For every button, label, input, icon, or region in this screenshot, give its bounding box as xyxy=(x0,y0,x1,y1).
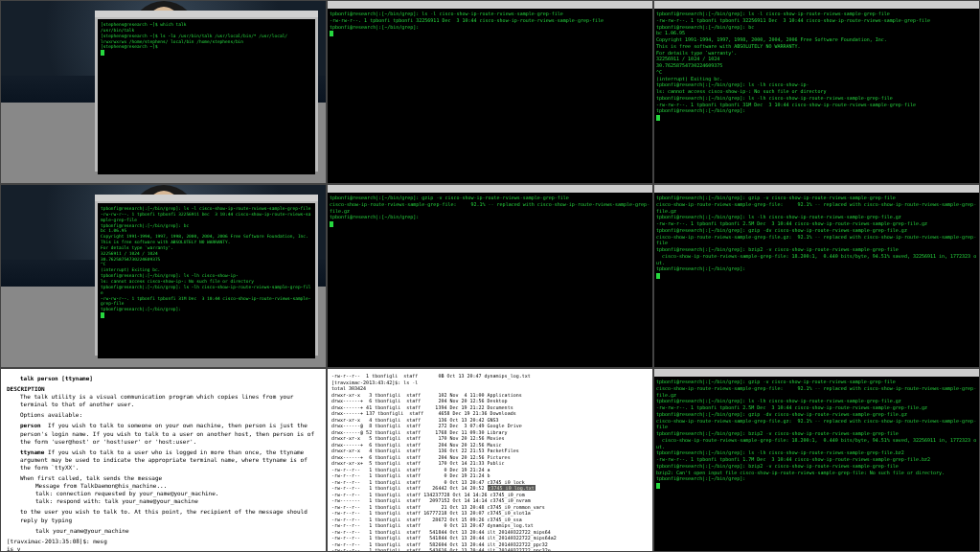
man-syntax: talk person [ttyname] xyxy=(20,375,320,382)
man-options-hdr: Options available: xyxy=(20,411,320,419)
list-item: -rw-r--r-- 1 tbonfigli staff 543616 Oct … xyxy=(331,547,649,552)
window-titlebar[interactable] xyxy=(328,185,652,193)
ls-rows: drwxr-xr-x 3 tbonfigli staff 102 Nov 4 1… xyxy=(331,392,649,553)
terminal-i[interactable]: tpbonfi@research|:[~/bin/grep]: gzip -v … xyxy=(653,368,980,552)
cursor-icon xyxy=(656,115,660,121)
cursor-icon xyxy=(101,312,104,318)
ls-listing-panel[interactable]: -rw-r--r-- 1 tbonfigli staff 0B Oct 13 2… xyxy=(327,368,653,552)
cursor-icon xyxy=(656,483,660,489)
panel-ine-1: //INE [stephens@research ~]$ which talk … xyxy=(0,0,327,184)
terminal-bottom: [travximac-2013:35:08]$: mesg is y [trav… xyxy=(7,538,320,552)
manpage-panel[interactable]: talk person [ttyname] DESCRIPTION The ta… xyxy=(0,368,327,552)
terminal-b[interactable]: tpbonfi@research|:[~/bin/grep]: ls -l ci… xyxy=(327,0,653,184)
terminal-c[interactable]: tpbonfi@research|:[~/bin/grep]: ls -l ci… xyxy=(653,0,980,184)
terminal-f[interactable]: tpbonfi@research|:[~/bin/grep]: gzip -v … xyxy=(653,184,980,368)
window-titlebar[interactable] xyxy=(328,1,652,9)
mini-terminal-2[interactable]: tpbonfi@research|:[~/bin/grep]: ls -l ci… xyxy=(95,195,318,356)
man-desc-hdr: DESCRIPTION xyxy=(7,385,320,393)
ls-header: -rw-r--r-- 1 tbonfigli staff 0B Oct 13 2… xyxy=(331,373,649,392)
terminal-e[interactable]: tpbonfi@research|:[~/bin/grep]: gzip -v … xyxy=(327,184,653,368)
cursor-icon xyxy=(330,31,333,36)
man-desc-body: The talk utility is a visual communicati… xyxy=(20,393,320,408)
window-titlebar[interactable] xyxy=(95,195,318,201)
cursor-icon xyxy=(656,273,660,279)
window-titlebar[interactable] xyxy=(654,369,979,377)
mini-terminal-1[interactable]: [stephens@research ~]$ which talk /usr/b… xyxy=(95,11,318,172)
terminal-output: tpbonfi@research|:[~/bin/grep]: gzip -v … xyxy=(330,195,650,220)
terminal-output: tpbonfi@research|:[~/bin/grep]: ls -l ci… xyxy=(330,11,650,30)
terminal-output: tpbonfi@research|:[~/bin/grep]: gzip -v … xyxy=(656,379,977,482)
terminal-output: tpbonfi@research|:[~/bin/grep]: ls -l ci… xyxy=(656,11,977,114)
window-titlebar[interactable] xyxy=(654,185,979,193)
terminal-output: tpbonfi@research|:[~/bin/grep]: gzip -v … xyxy=(656,195,977,272)
panel-ine-2: //INE tpbonfi@research|:[~/bin/grep]: ls… xyxy=(0,184,327,368)
window-titlebar[interactable] xyxy=(654,1,979,9)
cursor-icon xyxy=(330,221,333,227)
cursor-icon xyxy=(101,50,104,56)
window-titlebar[interactable] xyxy=(95,11,318,17)
terminal-output: tpbonfi@research|:[~/bin/grep]: ls -l ci… xyxy=(101,206,312,312)
terminal-output: [stephens@research ~]$ which talk /usr/b… xyxy=(101,22,312,50)
